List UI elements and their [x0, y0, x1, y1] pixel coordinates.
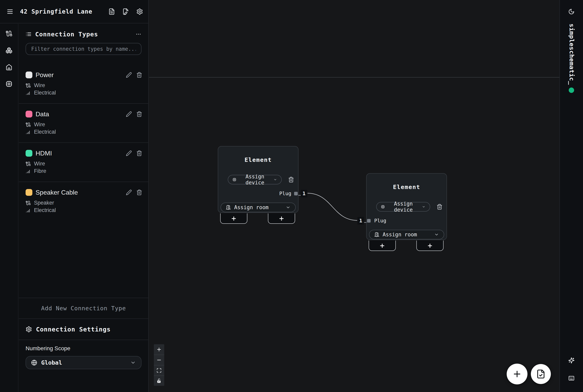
edit-connection-type-button[interactable]: [126, 150, 132, 156]
port-number-badge: 1: [301, 190, 307, 198]
wire-kind-value: Speaker: [34, 200, 54, 206]
connection-types-panel: Connection Types Power: [19, 24, 148, 392]
nav-rooms-button[interactable]: [6, 64, 12, 70]
ellipsis-icon: [136, 31, 142, 37]
filter-connection-types-input[interactable]: [26, 43, 142, 55]
signal-bars-icon: [26, 90, 31, 96]
schematic-canvas[interactable]: Element Assign device Plug 1 Assign room: [149, 0, 560, 392]
plus-icon: [512, 369, 522, 379]
plus-icon: [379, 243, 385, 249]
connection-type-props: Wire Electrical: [26, 82, 142, 96]
element-node[interactable]: Element Assign device Plug 1 Assign room: [218, 146, 298, 213]
panel-menu-button[interactable]: [136, 31, 142, 37]
nav-rail: [0, 24, 18, 392]
pencil-icon: [126, 190, 132, 196]
assign-room-button[interactable]: Assign room: [220, 202, 296, 212]
nav-devices-button[interactable]: [6, 80, 12, 87]
settings-button[interactable]: [136, 8, 143, 15]
wire-kind-row: Wire: [26, 160, 142, 168]
signal-bars-icon: [26, 208, 31, 213]
plus-icon: [231, 216, 237, 222]
connection-type-name: Power: [36, 71, 54, 79]
lock-toggle-button[interactable]: [154, 376, 164, 386]
connection-type-head: Speaker Cable: [26, 188, 142, 197]
add-element-fab[interactable]: [507, 364, 528, 384]
add-port-left-button[interactable]: [220, 213, 247, 224]
list-icon: [26, 31, 32, 37]
connection-wire[interactable]: [308, 193, 357, 220]
status-dot: [569, 88, 574, 93]
medium-value: Electrical: [34, 90, 56, 96]
trash-icon: [136, 72, 142, 78]
connection-type-actions: [126, 190, 142, 196]
plus-icon: [156, 347, 162, 352]
fit-view-button[interactable]: [154, 365, 164, 376]
panel-title-row: Connection Types: [26, 30, 142, 38]
boxes-icon: [6, 47, 12, 54]
panel-title: Connection Types: [35, 30, 98, 38]
port-handle[interactable]: [367, 219, 370, 222]
assign-device-button[interactable]: Assign device: [228, 175, 282, 184]
ai-assistant-button[interactable]: [568, 357, 574, 364]
gear-icon: [136, 8, 143, 15]
connection-type-item: Power Wire Electrical: [19, 64, 148, 103]
zoom-in-button[interactable]: [154, 344, 164, 355]
plus-icon: [427, 243, 433, 249]
keyboard-shortcuts-button[interactable]: [568, 375, 574, 381]
device-row: Assign device: [376, 202, 442, 212]
wire-kind-value: Wire: [34, 122, 45, 128]
header-actions: [108, 8, 143, 15]
port-handle[interactable]: [294, 192, 298, 196]
add-port-right-button[interactable]: [416, 240, 444, 251]
numbering-scope-select[interactable]: Global: [26, 356, 142, 369]
document-edit-button[interactable]: [122, 8, 129, 15]
port-number-badge: 1: [358, 217, 364, 224]
numbering-scope-section: Numbering Scope Global: [19, 340, 148, 369]
assign-device-button[interactable]: Assign device: [376, 202, 430, 212]
delete-connection-type-button[interactable]: [136, 72, 142, 78]
chevron-down-icon: [130, 360, 136, 366]
brand-wordmark: simpleschematic_: [568, 24, 576, 85]
cable-icon: [26, 83, 31, 88]
connection-settings-title: Connection Settings: [36, 326, 111, 333]
color-swatch: [26, 189, 32, 196]
app-window: 42 Springfield Lane: [0, 0, 583, 392]
cpu-icon: [6, 80, 12, 87]
edit-connection-type-button[interactable]: [126, 111, 132, 117]
delete-element-button[interactable]: [288, 176, 294, 182]
delete-connection-type-button[interactable]: [136, 190, 142, 196]
document-report-button[interactable]: [108, 8, 115, 15]
hamburger-menu-button[interactable]: [6, 8, 14, 15]
sparkles-icon: [568, 357, 574, 364]
lock-open-icon: [156, 378, 162, 384]
medium-row: Electrical: [26, 89, 142, 96]
connection-type-name: Speaker Cable: [36, 189, 78, 196]
delete-connection-type-button[interactable]: [136, 111, 142, 117]
add-connection-type-button[interactable]: Add New Connection Type: [19, 298, 148, 319]
trash-icon: [136, 150, 142, 156]
theme-toggle-button[interactable]: [568, 8, 574, 15]
panel-head: Connection Types: [19, 24, 148, 55]
edit-connection-type-button[interactable]: [126, 190, 132, 196]
edit-connection-type-button[interactable]: [126, 72, 132, 78]
delete-element-button[interactable]: [436, 204, 442, 210]
cpu-icon: [381, 204, 385, 209]
nav-elements-button[interactable]: [6, 47, 12, 54]
connection-type-head: Power: [26, 70, 142, 79]
add-port-right-button[interactable]: [268, 213, 295, 224]
validate-document-fab[interactable]: [531, 364, 551, 384]
panel-bottom: Add New Connection Type Connection Setti…: [19, 298, 148, 392]
wires-layer: [149, 0, 560, 392]
element-node[interactable]: Element Assign device Plug 1 Assign room: [366, 173, 447, 240]
minus-icon: [156, 357, 162, 363]
nav-connections-button[interactable]: [6, 30, 12, 37]
zoom-out-button[interactable]: [154, 355, 164, 365]
pencil-icon: [126, 72, 132, 78]
assign-room-label: Assign room: [234, 204, 268, 210]
medium-value: Electrical: [34, 129, 56, 135]
delete-connection-type-button[interactable]: [136, 150, 142, 156]
add-port-left-button[interactable]: [368, 240, 396, 251]
connection-type-head: Data: [26, 110, 142, 118]
medium-row: Fibre: [26, 168, 142, 175]
assign-room-button[interactable]: Assign room: [369, 230, 444, 239]
